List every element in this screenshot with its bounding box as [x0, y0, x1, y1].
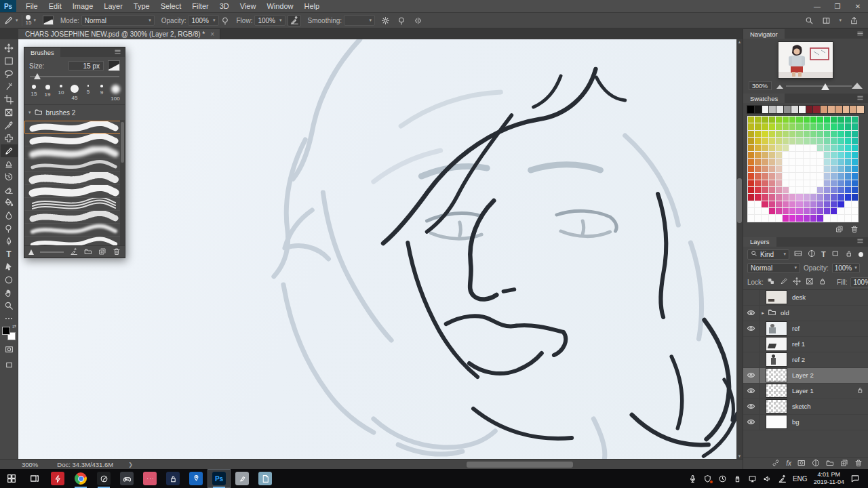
- swatch[interactable]: [804, 138, 810, 144]
- add-mask-icon[interactable]: [797, 459, 806, 468]
- filter-shape-layers-icon[interactable]: [831, 249, 840, 259]
- swatch[interactable]: [776, 180, 782, 186]
- layer-name[interactable]: old: [781, 309, 789, 317]
- swatch[interactable]: [852, 187, 858, 193]
- swatch[interactable]: [783, 173, 789, 179]
- swatch[interactable]: [769, 145, 775, 151]
- swatch[interactable]: [804, 166, 810, 172]
- swatch[interactable]: [831, 187, 837, 193]
- tab-close-icon[interactable]: ×: [210, 30, 214, 38]
- swatch[interactable]: [748, 208, 754, 214]
- layer-row-ref-2[interactable]: ref 2: [743, 352, 868, 368]
- brush-preset-row[interactable]: [24, 224, 125, 237]
- layer-name[interactable]: ref: [792, 325, 800, 332]
- swatch[interactable]: [789, 166, 795, 172]
- swatch[interactable]: [817, 215, 823, 221]
- swatch[interactable]: [762, 187, 768, 193]
- swatch[interactable]: [783, 166, 789, 172]
- visibility-eye-icon[interactable]: [743, 290, 760, 305]
- swatch[interactable]: [762, 123, 768, 129]
- adjustment-layer-icon[interactable]: [812, 459, 820, 468]
- layer-name[interactable]: Layer 2: [792, 371, 814, 379]
- brushes-panel-title[interactable]: Brushes: [24, 47, 60, 57]
- canvas[interactable]: Brushes Size: 15 px 1519104559100 ▾: [18, 39, 743, 459]
- tray-ink-icon[interactable]: [778, 474, 787, 483]
- swatch[interactable]: [762, 117, 768, 123]
- pathsel-tool[interactable]: [1, 260, 18, 273]
- swatch[interactable]: [796, 180, 802, 186]
- layer-row-ref-1[interactable]: ref 1: [743, 337, 868, 352]
- swatch[interactable]: [769, 215, 775, 221]
- swatch[interactable]: [824, 131, 830, 137]
- swatch[interactable]: [776, 166, 782, 172]
- tray-language[interactable]: ENG: [793, 475, 808, 483]
- swatch[interactable]: [817, 145, 823, 151]
- swatch[interactable]: [796, 194, 802, 200]
- new-swatch-icon[interactable]: [835, 225, 844, 235]
- swatch[interactable]: [845, 145, 851, 151]
- swatch[interactable]: [783, 131, 789, 137]
- brush-preset-row[interactable]: [24, 121, 125, 134]
- swatch[interactable]: [852, 145, 858, 151]
- swatch[interactable]: [747, 106, 754, 113]
- swatch[interactable]: [762, 145, 768, 151]
- swatch[interactable]: [784, 106, 791, 113]
- layer-thumbnail[interactable]: [766, 415, 787, 428]
- brush-preset-picker[interactable]: 15 ▾: [22, 13, 39, 28]
- swatch[interactable]: [817, 152, 823, 158]
- layers-panel-tab[interactable]: Layers: [743, 237, 776, 247]
- navigator-zoom-value[interactable]: 300%: [749, 81, 772, 90]
- swatch[interactable]: [817, 117, 823, 123]
- stroke-preview-toggle-icon[interactable]: [70, 247, 78, 257]
- menu-item-edit[interactable]: Edit: [43, 0, 67, 12]
- swatch[interactable]: [837, 123, 844, 129]
- swatch[interactable]: [831, 123, 837, 129]
- swatch[interactable]: [783, 215, 789, 221]
- taskbar-discord[interactable]: [115, 469, 138, 488]
- layer-row-bg[interactable]: bg: [743, 415, 868, 430]
- swatch[interactable]: [783, 208, 789, 214]
- chevron-down-icon[interactable]: ▾: [839, 18, 842, 23]
- swatch[interactable]: [824, 145, 830, 151]
- swatch[interactable]: [789, 152, 795, 158]
- swatch[interactable]: [762, 166, 768, 172]
- opacity-select[interactable]: 100%▾: [188, 15, 218, 26]
- brush-size-slider[interactable]: [30, 73, 119, 80]
- swatch[interactable]: [810, 123, 816, 129]
- layer-row-sketch[interactable]: sketch: [743, 399, 868, 415]
- swatch[interactable]: [789, 145, 795, 151]
- share-icon[interactable]: [850, 16, 859, 25]
- hand-tool[interactable]: [1, 286, 18, 299]
- swatch[interactable]: [776, 173, 782, 179]
- swatch[interactable]: [776, 145, 782, 151]
- shape-tool[interactable]: [1, 273, 18, 286]
- swatch[interactable]: [769, 131, 775, 137]
- swatch[interactable]: [796, 215, 802, 221]
- brush-preset-row[interactable]: [24, 172, 125, 185]
- swatch[interactable]: [789, 173, 795, 179]
- zoom-tool[interactable]: [1, 299, 18, 312]
- swatches-panel-tab[interactable]: Swatches: [743, 94, 785, 103]
- swatch[interactable]: [762, 138, 768, 144]
- footer-slider-track[interactable]: [40, 251, 64, 253]
- menu-item-type[interactable]: Type: [128, 0, 155, 12]
- swatch[interactable]: [831, 117, 837, 123]
- foreground-background-colors[interactable]: ⇄: [2, 327, 16, 340]
- brush-preset-row[interactable]: [24, 211, 125, 224]
- swatch[interactable]: [824, 159, 830, 165]
- menu-item-view[interactable]: View: [235, 0, 262, 12]
- swatch[interactable]: [769, 208, 775, 214]
- swatch[interactable]: [824, 173, 830, 179]
- swatch[interactable]: [837, 173, 844, 179]
- screen-mode-button[interactable]: [1, 359, 18, 371]
- swatch[interactable]: [748, 159, 754, 165]
- swatch[interactable]: [810, 208, 816, 214]
- swatch[interactable]: [769, 123, 775, 129]
- swatch[interactable]: [857, 106, 864, 113]
- swatch[interactable]: [837, 180, 844, 186]
- swatch[interactable]: [791, 106, 798, 113]
- swatch[interactable]: [837, 187, 844, 193]
- lock-pixels-icon[interactable]: [780, 277, 788, 287]
- swatch[interactable]: [783, 123, 789, 129]
- panel-menu-icon[interactable]: [856, 237, 868, 246]
